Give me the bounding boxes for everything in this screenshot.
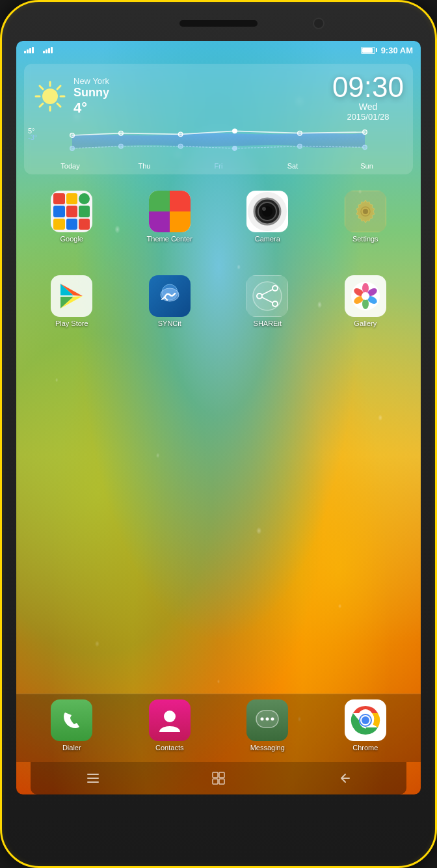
dock-row: Dialer Contacts xyxy=(23,699,414,752)
shareit-label: SHAREit xyxy=(254,319,282,327)
clock-date: 2015/01/28 xyxy=(332,112,404,122)
settings-label: Settings xyxy=(352,235,378,243)
svg-point-20 xyxy=(363,145,367,150)
gallery-icon xyxy=(345,275,386,317)
nav-menu-button[interactable] xyxy=(83,768,103,788)
svg-point-10 xyxy=(119,131,124,135)
syncit-icon xyxy=(149,275,191,317)
google-tile-g xyxy=(53,206,64,217)
svg-point-11 xyxy=(178,132,183,137)
svg-point-44 xyxy=(362,292,369,300)
app-contacts[interactable]: Contacts xyxy=(144,699,196,752)
chrome-icon-wrapper xyxy=(345,699,386,741)
temp-low: -3° xyxy=(28,133,37,141)
svg-line-5 xyxy=(40,86,43,89)
app-theme[interactable]: Theme Center xyxy=(144,191,196,243)
google-tile-3 xyxy=(79,206,90,217)
dialer-icon xyxy=(51,699,92,741)
camera-label: Camera xyxy=(255,235,280,243)
theme-tile-1 xyxy=(149,191,170,211)
theme-label: Theme Center xyxy=(147,235,192,243)
svg-rect-59 xyxy=(213,779,218,784)
google-tile-gmail xyxy=(53,193,64,204)
gallery-label: Gallery xyxy=(354,319,377,327)
weather-chart: 5° -3° xyxy=(24,126,413,174)
syncit-icon-wrapper xyxy=(149,275,191,317)
gallery-icon-wrapper xyxy=(345,275,386,317)
google-label: Google xyxy=(60,235,83,243)
svg-line-6 xyxy=(57,103,60,107)
google-tile-4 xyxy=(53,219,64,230)
weather-temp: 4° xyxy=(73,100,326,116)
clock-day: Wed xyxy=(332,102,404,112)
app-chrome[interactable]: Chrome xyxy=(339,699,391,752)
theme-tile-4 xyxy=(170,211,191,232)
app-row-1: Google Theme Center xyxy=(23,191,414,243)
app-camera[interactable]: Camera xyxy=(241,191,293,243)
shareit-icon xyxy=(246,275,288,317)
app-settings[interactable]: Settings xyxy=(339,191,391,243)
camera-icon xyxy=(246,191,288,232)
svg-point-9 xyxy=(70,133,75,138)
svg-line-7 xyxy=(57,86,60,89)
phone-frame: 9:30 AM xyxy=(0,0,437,868)
signal-bars-2 xyxy=(43,47,53,53)
nav-bar xyxy=(31,762,406,794)
svg-point-41 xyxy=(362,299,369,309)
app-messaging[interactable]: Messaging xyxy=(241,699,293,752)
messaging-icon xyxy=(246,699,288,741)
playstore-icon xyxy=(51,275,92,317)
svg-line-8 xyxy=(40,103,43,107)
speaker xyxy=(179,20,258,27)
signal-bar xyxy=(27,49,29,53)
settings-icon xyxy=(345,191,386,232)
weather-city: New York xyxy=(73,76,326,86)
messaging-label: Messaging xyxy=(250,744,285,752)
status-time: 9:30 AM xyxy=(381,46,413,55)
battery-icon xyxy=(361,47,377,54)
weather-widget[interactable]: New York Sunny 4° 09:30 Wed 2015/01/28 5… xyxy=(24,64,413,174)
app-dialer[interactable]: Dialer xyxy=(46,699,98,752)
google-icon xyxy=(51,191,92,232)
chrome-icon xyxy=(345,699,386,741)
battery-fill xyxy=(362,48,373,53)
app-google[interactable]: Google xyxy=(46,191,98,243)
svg-point-19 xyxy=(298,144,302,148)
app-grid-row2: Play Store xyxy=(16,275,421,332)
status-bar: 9:30 AM xyxy=(16,41,421,59)
svg-point-17 xyxy=(178,144,183,148)
nav-back-button[interactable] xyxy=(334,768,354,788)
svg-point-28 xyxy=(363,209,368,214)
app-gallery[interactable]: Gallery xyxy=(339,275,391,327)
svg-point-18 xyxy=(233,146,237,151)
chart-day-sun: Sun xyxy=(330,162,404,170)
google-tile-music xyxy=(79,193,90,204)
battery-body xyxy=(361,47,375,54)
signal-bar xyxy=(48,48,50,53)
svg-point-48 xyxy=(266,718,269,721)
nav-home-button[interactable] xyxy=(209,768,228,788)
signal-bar xyxy=(51,47,53,53)
svg-point-13 xyxy=(298,131,302,135)
signal-bar xyxy=(43,51,45,53)
app-syncit[interactable]: SYNCit xyxy=(144,275,196,327)
front-camera xyxy=(313,18,324,29)
app-playstore[interactable]: Play Store xyxy=(46,275,98,327)
contacts-icon-wrapper xyxy=(149,699,191,741)
sun-icon xyxy=(33,79,67,113)
theme-tile-3 xyxy=(149,211,170,232)
signal-bar xyxy=(46,49,47,53)
contacts-icon xyxy=(149,699,191,741)
svg-rect-54 xyxy=(87,774,99,775)
svg-rect-55 xyxy=(87,778,99,779)
settings-icon-wrapper xyxy=(345,191,386,232)
app-shareit[interactable]: SHAREit xyxy=(241,275,293,327)
svg-point-49 xyxy=(271,718,274,721)
clock-area: 09:30 Wed 2015/01/28 xyxy=(332,70,404,122)
chart-day-sat: Sat xyxy=(256,162,330,170)
screen: 9:30 AM xyxy=(16,41,421,794)
signal-bars-1 xyxy=(24,47,34,53)
google-tile-2 xyxy=(66,206,77,217)
chart-day-fri: Fri xyxy=(181,162,256,170)
svg-point-15 xyxy=(70,146,75,151)
